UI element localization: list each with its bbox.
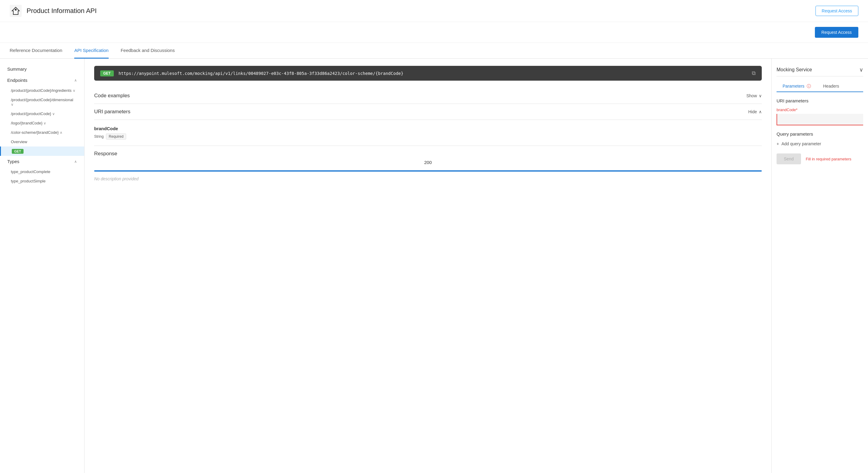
chevron-up-icon: ∧ — [759, 109, 762, 114]
header: Product Information API Request Access — [0, 0, 868, 22]
chevron-up-icon: ∧ — [60, 130, 62, 135]
chevron-down-icon: ∨ — [52, 112, 55, 116]
right-panel: Mocking Service ∨ Parameters ⓘ Headers U… — [771, 59, 868, 473]
sidebar-item-product[interactable]: /product/{productCode} ∨ — [0, 109, 84, 118]
mocking-service-header[interactable]: Mocking Service ∨ — [777, 63, 863, 77]
chevron-down-icon: ∨ — [759, 93, 762, 98]
svg-rect-0 — [10, 5, 22, 17]
right-uri-params-title: URI parameters — [777, 98, 863, 103]
content-area: GET https://anypoint.mulesoft.com/mockin… — [85, 59, 771, 473]
mocking-service-title: Mocking Service — [777, 67, 812, 72]
sidebar-item-logo-brandcode[interactable]: /logo/{brandCode} ∨ — [0, 118, 84, 128]
code-examples-title: Code examples — [94, 93, 130, 99]
sidebar-item-endpoints[interactable]: Endpoints ∧ — [0, 75, 84, 86]
types-chevron: ∧ — [74, 159, 77, 164]
chevron-down-icon: ∨ — [43, 121, 46, 125]
url-bar: GET https://anypoint.mulesoft.com/mockin… — [94, 66, 762, 81]
plus-icon: + — [777, 141, 779, 146]
mocking-service-chevron[interactable]: ∨ — [859, 66, 863, 73]
chevron-down-icon: ∨ — [73, 89, 75, 93]
logo-icon — [10, 5, 22, 17]
param-type: String — [94, 135, 103, 139]
response-bar — [94, 170, 762, 172]
response-description: No description provided — [94, 174, 762, 184]
sidebar: Summary Endpoints ∧ /product/{productCod… — [0, 59, 85, 473]
sidebar-item-get[interactable]: GET — [0, 147, 84, 156]
sidebar-item-type-product-simple[interactable]: type_productSimple — [0, 176, 84, 186]
param-required-badge: Required — [106, 134, 126, 140]
method-badge: GET — [100, 70, 114, 77]
get-badge: GET — [12, 149, 24, 154]
tab-feedback-discussions[interactable]: Feedback and Discussions — [121, 43, 175, 59]
tab-headers[interactable]: Headers — [817, 81, 845, 91]
sidebar-item-type-product-complete[interactable]: type_productComplete — [0, 167, 84, 176]
svg-point-1 — [15, 9, 17, 10]
chevron-down-icon: ∨ — [11, 102, 13, 107]
brandcode-input[interactable] — [777, 114, 863, 125]
uri-parameters-title: URI parameters — [94, 109, 130, 115]
request-access-button-top[interactable]: Request Access — [815, 6, 858, 16]
code-examples-row[interactable]: Code examples Show ∨ — [94, 88, 762, 104]
sidebar-item-product-ingredients[interactable]: /product/{productCode}/ingredients ∨ — [0, 86, 84, 95]
sidebar-item-product-dimensional[interactable]: /product/{productCode}/dimensional ∨ — [0, 95, 84, 109]
endpoints-chevron: ∧ — [74, 78, 77, 83]
warning-icon: ⓘ — [807, 84, 811, 89]
main-layout: Summary Endpoints ∧ /product/{productCod… — [0, 59, 868, 473]
brandcode-param-block: brandCode String Required — [94, 120, 762, 146]
code-examples-toggle[interactable]: Show ∨ — [746, 93, 762, 98]
app-title: Product Information API — [27, 7, 97, 15]
response-status: 200 — [94, 157, 762, 168]
param-brandcode-name: brandCode — [94, 126, 762, 131]
sidebar-item-overview[interactable]: Overview — [0, 137, 84, 147]
sidebar-item-types[interactable]: Types ∧ — [0, 156, 84, 167]
header-left: Product Information API — [10, 5, 97, 17]
sub-header: Request Access — [0, 22, 868, 43]
fill-required-text: Fill in required parameters — [806, 157, 851, 161]
add-query-button[interactable]: + Add query parameter — [777, 140, 863, 147]
right-panel-tabs: Parameters ⓘ Headers — [777, 81, 863, 92]
url-text: https://anypoint.mulesoft.com/mocking/ap… — [119, 71, 747, 76]
param-tags: String Required — [94, 134, 762, 140]
query-params-title: Query parameters — [777, 131, 863, 137]
response-title: Response — [94, 151, 762, 157]
tab-api-specification[interactable]: API Specification — [74, 43, 108, 59]
request-access-button-blue[interactable]: Request Access — [815, 27, 858, 38]
send-section: Send Fill in required parameters — [777, 153, 863, 164]
response-section: Response 200 No description provided — [94, 146, 762, 188]
main-tabs: Reference Documentation API Specificatio… — [0, 43, 868, 59]
tab-reference-documentation[interactable]: Reference Documentation — [10, 43, 62, 59]
right-brandcode-label: brandCode* — [777, 108, 863, 112]
uri-parameters-toggle[interactable]: Hide ∧ — [748, 109, 762, 114]
tab-parameters[interactable]: Parameters ⓘ — [777, 81, 817, 92]
sidebar-item-color-scheme[interactable]: /color-scheme/{brandCode} ∧ — [0, 128, 84, 137]
sidebar-item-summary[interactable]: Summary — [0, 63, 84, 75]
uri-parameters-row[interactable]: URI parameters Hide ∧ — [94, 104, 762, 120]
copy-icon[interactable]: ⧉ — [752, 70, 756, 77]
send-button[interactable]: Send — [777, 153, 801, 164]
